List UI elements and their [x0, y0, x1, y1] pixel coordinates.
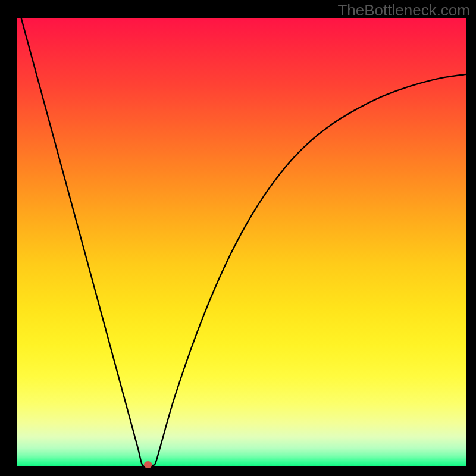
marker-dot — [144, 461, 152, 468]
plot-area — [17, 18, 466, 466]
chart-svg — [0, 0, 476, 476]
chart-root: TheBottleneck.com — [0, 0, 476, 476]
watermark-text: TheBottleneck.com — [337, 1, 470, 20]
chart-plot — [0, 0, 476, 476]
